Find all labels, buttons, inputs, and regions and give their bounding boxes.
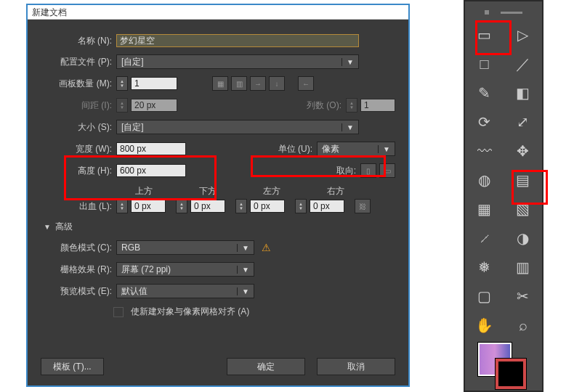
link-bleed-icon[interactable]: ⛓ bbox=[355, 199, 371, 213]
warning-icon: ⚠ bbox=[262, 242, 271, 253]
width-input[interactable] bbox=[116, 142, 186, 155]
width-tool[interactable]: 〰 bbox=[465, 136, 504, 166]
slice-tool[interactable]: ✂ bbox=[504, 282, 542, 311]
columns-label: 列数 (O): bbox=[307, 99, 343, 112]
height-label: 高度 (H): bbox=[41, 165, 113, 177]
size-combo[interactable]: [自定]▼ bbox=[116, 120, 359, 134]
arrange-row-icon[interactable]: → bbox=[250, 76, 266, 91]
artboard-icon: ▢ bbox=[477, 287, 491, 305]
bleed-bottom-input[interactable] bbox=[190, 200, 225, 213]
arrange-rtl-icon[interactable]: ← bbox=[298, 76, 314, 91]
raster-label: 栅格效果 (R): bbox=[41, 264, 113, 276]
height-input[interactable] bbox=[116, 164, 186, 177]
raster-combo[interactable]: 屏幕 (72 ppi)▼ bbox=[116, 262, 254, 277]
blend-icon: ◑ bbox=[517, 229, 529, 247]
shape-builder-icon: ◍ bbox=[478, 171, 490, 189]
scale-icon: ⤢ bbox=[517, 113, 529, 131]
symbol-sprayer-icon: ❅ bbox=[478, 258, 490, 276]
bleed-bottom-spin[interactable] bbox=[176, 199, 187, 213]
symbol-sprayer-tool[interactable]: ❅ bbox=[465, 253, 504, 282]
mesh-tool[interactable]: ▦ bbox=[465, 195, 504, 224]
free-transform-icon: ✥ bbox=[517, 142, 529, 160]
gradient-tool[interactable]: ▧ bbox=[504, 195, 542, 224]
bleed-right-spin[interactable] bbox=[295, 199, 307, 213]
zoom-tool[interactable]: ⌕ bbox=[504, 311, 542, 340]
bleed-right-input[interactable] bbox=[310, 200, 344, 213]
rotate-icon: ⟳ bbox=[478, 113, 490, 131]
columns-spin bbox=[346, 98, 357, 113]
bleed-label: 出血 (L): bbox=[41, 200, 113, 213]
align-pixel-label: 使新建对象与像素网格对齐 (A) bbox=[131, 306, 249, 318]
name-label: 名称 (N): bbox=[41, 35, 113, 47]
rectangle-tool[interactable]: □ bbox=[465, 49, 504, 78]
bleed-left-input[interactable] bbox=[250, 200, 285, 213]
bleed-top-spin[interactable] bbox=[116, 199, 128, 213]
advanced-toggle[interactable]: 高级 bbox=[44, 221, 395, 233]
colormode-label: 颜色模式 (C): bbox=[41, 242, 113, 254]
hand-icon: ✋ bbox=[475, 317, 493, 334]
spacing-input bbox=[131, 99, 177, 112]
cancel-button[interactable]: 取消 bbox=[317, 358, 395, 375]
hand-tool[interactable]: ✋ bbox=[465, 311, 504, 340]
zoom-icon: ⌕ bbox=[519, 317, 528, 334]
tools-panel: ▭▷□／✎◧⟳⤢〰✥◍▤▦▧⟋◑❅▥▢✂✋⌕ bbox=[464, 0, 543, 392]
rotate-tool[interactable]: ⟳ bbox=[465, 107, 504, 136]
eyedropper-icon: ⟋ bbox=[477, 230, 492, 247]
selection-tool[interactable]: ▭ bbox=[465, 20, 504, 49]
scale-tool[interactable]: ⤢ bbox=[504, 107, 542, 136]
gradient-icon: ▧ bbox=[516, 200, 530, 218]
size-label: 大小 (S): bbox=[41, 121, 113, 134]
eyedropper-tool[interactable]: ⟋ bbox=[465, 224, 504, 253]
perspective-grid-tool[interactable]: ▤ bbox=[504, 166, 542, 195]
new-document-dialog: 新建文档 名称 (N): 配置文件 (P): [自定]▼ 画板数量 (M): ▦… bbox=[26, 4, 410, 387]
columns-input bbox=[360, 99, 395, 112]
artboards-input[interactable] bbox=[131, 77, 177, 90]
colormode-combo[interactable]: RGB▼ bbox=[116, 240, 254, 255]
arrange-col-icon[interactable]: ↓ bbox=[269, 76, 285, 91]
tools-panel-grip[interactable] bbox=[465, 6, 542, 19]
bleed-headers: 上方 下方 左方 右方 bbox=[125, 185, 395, 197]
arrange-grid-col-icon[interactable]: ▥ bbox=[231, 76, 247, 91]
selection-icon: ▭ bbox=[477, 26, 491, 44]
perspective-grid-icon: ▤ bbox=[516, 171, 530, 189]
templates-button[interactable]: 模板 (T)... bbox=[41, 358, 104, 375]
bleed-left-spin[interactable] bbox=[235, 199, 247, 213]
artboard-tool[interactable]: ▢ bbox=[465, 282, 504, 311]
blend-tool[interactable]: ◑ bbox=[504, 224, 542, 253]
column-graph-tool[interactable]: ▥ bbox=[504, 253, 542, 282]
artboards-label: 画板数量 (M): bbox=[41, 78, 113, 90]
orientation-landscape-icon[interactable]: ▭ bbox=[379, 163, 395, 178]
arrange-grid-row-icon[interactable]: ▦ bbox=[212, 76, 228, 91]
profile-label: 配置文件 (P): bbox=[41, 56, 113, 68]
align-pixel-checkbox[interactable] bbox=[113, 307, 124, 317]
dialog-title: 新建文档 bbox=[28, 5, 408, 20]
preview-combo[interactable]: 默认值▼ bbox=[116, 284, 254, 298]
width-icon: 〰 bbox=[477, 143, 492, 160]
bleed-top-input[interactable] bbox=[131, 200, 166, 213]
free-transform-tool[interactable]: ✥ bbox=[504, 136, 542, 166]
direct-selection-icon: ▷ bbox=[517, 26, 528, 44]
spacing-spin bbox=[116, 98, 128, 113]
slice-icon: ✂ bbox=[517, 287, 529, 305]
orientation-portrait-icon[interactable]: ▯ bbox=[360, 163, 376, 178]
units-combo[interactable]: 像素▼ bbox=[317, 142, 395, 156]
artboards-spin[interactable] bbox=[116, 76, 128, 91]
pencil-tool[interactable]: ✎ bbox=[465, 78, 504, 107]
color-swatches[interactable] bbox=[465, 343, 542, 392]
stroke-swatch[interactable] bbox=[496, 359, 526, 389]
ok-button[interactable]: 确定 bbox=[227, 358, 305, 375]
spacing-label: 间距 (I): bbox=[41, 99, 113, 112]
profile-combo[interactable]: [自定]▼ bbox=[116, 54, 359, 69]
column-graph-icon: ▥ bbox=[516, 258, 530, 276]
units-label: 单位 (U): bbox=[278, 143, 314, 155]
brush-tool[interactable]: ／ bbox=[504, 49, 542, 78]
eraser-icon: ◧ bbox=[516, 84, 530, 102]
orient-label: 取向: bbox=[336, 165, 357, 177]
direct-selection-tool[interactable]: ▷ bbox=[504, 20, 542, 49]
mesh-icon: ▦ bbox=[477, 200, 491, 218]
name-input[interactable] bbox=[116, 34, 359, 47]
shape-builder-tool[interactable]: ◍ bbox=[465, 166, 504, 195]
eraser-tool[interactable]: ◧ bbox=[504, 78, 542, 107]
pencil-icon: ✎ bbox=[478, 84, 490, 102]
width-label: 宽度 (W): bbox=[41, 143, 113, 155]
